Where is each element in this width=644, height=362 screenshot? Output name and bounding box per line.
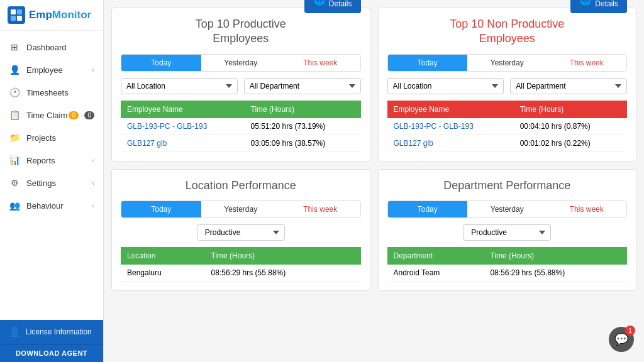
non-productive-table-head: Employee Name Time (Hours) — [387, 101, 628, 118]
license-information-button[interactable]: 👤 License Information — [0, 320, 103, 344]
sidebar: EmpMonitor ⊞ Dashboard 👤 Employee ‹ 🕐 Ti… — [0, 0, 104, 362]
non-productive-employee-link[interactable]: GLB127 glb — [387, 134, 514, 151]
sidebar-item-settings[interactable]: ⚙ Settings ‹ — [0, 172, 103, 194]
location-productive-dropdown[interactable]: Productive — [197, 224, 285, 241]
non-productive-employee-link[interactable]: GLB-193-PC - GLB-193 — [387, 118, 514, 135]
productive-card-title: Top 10 Productive Employees — [121, 17, 361, 47]
location-table: Location Time (Hours) Bengaluru 08:56:29… — [121, 247, 361, 282]
license-label: License Information — [26, 327, 92, 336]
non-productive-tab-thisweek[interactable]: This week — [547, 55, 627, 71]
non-productive-tab-yesterday[interactable]: Yesterday — [467, 55, 547, 71]
department-table-body: Android Team 08:56:29 hrs (55.88%) — [387, 265, 628, 282]
timeclaim-badge1: 0 — [69, 111, 79, 119]
department-productive-dropdown[interactable]: Productive — [463, 224, 551, 241]
productive-table: Employee Name Time (Hours) GLB-193-PC - … — [121, 101, 361, 152]
productive-tabs: Today Yesterday This week — [121, 54, 361, 72]
table-row: GLB127 glb 03:05:09 hrs (38.57%) — [121, 134, 361, 151]
non-productive-col-name: Employee Name — [387, 101, 514, 118]
sidebar-item-timeclaim[interactable]: 📋 Time Claim 0 - 0 — [0, 104, 103, 126]
department-table-head: Department Time (Hours) — [387, 247, 628, 265]
productive-time-value: 05:51:20 hrs (73.19%) — [245, 118, 361, 135]
settings-icon: ⚙ — [9, 178, 20, 188]
productive-table-body: GLB-193-PC - GLB-193 05:51:20 hrs (73.19… — [121, 118, 361, 152]
svg-rect-3 — [17, 16, 22, 21]
sidebar-item-behaviour[interactable]: 👥 Behaviour ‹ — [0, 194, 103, 217]
department-table: Department Time (Hours) Android Team 08:… — [387, 247, 628, 282]
department-tab-today[interactable]: Today — [388, 201, 468, 217]
productive-time-value: 03:05:09 hrs (38.57%) — [245, 134, 361, 151]
table-row: Bengaluru 08:56:29 hrs (55.88%) — [121, 265, 361, 282]
chevron-icon: ‹ — [92, 66, 94, 74]
location-tab-yesterday[interactable]: Yesterday — [201, 201, 281, 217]
behaviour-icon: 👥 — [9, 200, 20, 211]
view-icon: 🌐 — [579, 0, 592, 6]
employee-icon: 👤 — [9, 65, 20, 75]
non-productive-table: Employee Name Time (Hours) GLB-193-PC - … — [387, 101, 628, 152]
productive-location-dropdown[interactable]: All Location — [121, 78, 238, 94]
table-row: GLB-193-PC - GLB-193 05:51:20 hrs (73.19… — [121, 118, 361, 135]
location-tab-thisweek[interactable]: This week — [280, 201, 360, 217]
productive-col-name: Employee Name — [121, 101, 245, 118]
location-card-title: Location Performance — [121, 178, 361, 193]
location-time: 08:56:29 hrs (55.88%) — [205, 265, 361, 282]
sidebar-item-reports[interactable]: 📊 Reports ‹ — [0, 149, 103, 172]
productive-department-dropdown[interactable]: All Department — [244, 78, 361, 94]
department-card-title: Department Performance — [387, 178, 628, 193]
sidebar-item-dashboard[interactable]: ⊞ Dashboard — [0, 36, 103, 58]
view-icon: 🌐 — [313, 0, 326, 6]
productive-card: 🌐 ViewDetails Top 10 Productive Employee… — [111, 8, 370, 162]
details-btn-text: Details — [595, 0, 618, 8]
non-productive-dropdowns: All Location All Department — [387, 78, 628, 94]
non-productive-department-dropdown[interactable]: All Department — [510, 78, 627, 94]
location-col-name: Location — [121, 247, 205, 265]
timeclaim-badge2: 0 — [84, 111, 94, 119]
sidebar-item-label: Projects — [26, 133, 94, 143]
logo: EmpMonitor — [0, 0, 103, 31]
download-agent-button[interactable]: DOWNLOAD AGENT — [0, 344, 103, 362]
projects-icon: 📁 — [9, 133, 20, 143]
productive-employee-link[interactable]: GLB-193-PC - GLB-193 — [121, 118, 245, 135]
productive-table-head: Employee Name Time (Hours) — [121, 101, 361, 118]
department-tab-thisweek[interactable]: This week — [547, 201, 627, 217]
productive-dropdowns: All Location All Department — [121, 78, 361, 94]
sidebar-item-label: Dashboard — [26, 43, 94, 52]
productive-tab-yesterday[interactable]: Yesterday — [201, 55, 281, 71]
chevron-icon: ‹ — [92, 179, 94, 187]
card-header: 🌐 ViewDetails Top 10 Non Productive Empl… — [387, 17, 628, 54]
non-productive-tab-today[interactable]: Today — [388, 55, 468, 71]
productive-view-details-button[interactable]: 🌐 ViewDetails — [304, 0, 361, 13]
chat-bubble-button[interactable]: 💬 1 — [609, 327, 634, 352]
reports-icon: 📊 — [9, 155, 20, 165]
productive-tab-thisweek[interactable]: This week — [280, 55, 360, 71]
logo-icon — [8, 6, 25, 24]
sidebar-item-projects[interactable]: 📁 Projects — [0, 126, 103, 149]
timesheets-icon: 🕐 — [9, 87, 20, 97]
details-btn-text: Details — [329, 0, 352, 8]
sidebar-item-label: Time Claim — [26, 111, 69, 120]
sidebar-item-label: Behaviour — [26, 201, 92, 211]
sidebar-bottom: 👤 License Information DOWNLOAD AGENT — [0, 320, 103, 362]
top-cards-row: 🌐 ViewDetails Top 10 Productive Employee… — [111, 8, 636, 162]
department-tab-yesterday[interactable]: Yesterday — [467, 201, 547, 217]
chevron-icon: ‹ — [92, 156, 94, 164]
non-productive-view-details-button[interactable]: 🌐 ViewDetails — [570, 0, 627, 13]
sidebar-item-timesheets[interactable]: 🕐 Timesheets — [0, 81, 103, 104]
location-name: Bengaluru — [121, 265, 205, 282]
location-table-body: Bengaluru 08:56:29 hrs (55.88%) — [121, 265, 361, 282]
table-row: Android Team 08:56:29 hrs (55.88%) — [387, 265, 628, 282]
productive-tab-today[interactable]: Today — [121, 55, 201, 71]
svg-rect-0 — [11, 9, 16, 14]
chat-icon: 💬 — [614, 332, 628, 346]
sidebar-item-employee[interactable]: 👤 Employee ‹ — [0, 58, 103, 81]
download-label: DOWNLOAD AGENT — [16, 349, 87, 357]
non-productive-col-time: Time (Hours) — [514, 101, 627, 118]
sidebar-item-label: Timesheets — [26, 88, 94, 97]
license-icon: 👤 — [9, 326, 21, 337]
productive-employee-link[interactable]: GLB127 glb — [121, 134, 245, 151]
non-productive-table-body: GLB-193-PC - GLB-193 00:04:10 hrs (0.87%… — [387, 118, 628, 152]
table-row: GLB127 glb 00:01:02 hrs (0.22%) — [387, 134, 628, 151]
non-productive-location-dropdown[interactable]: All Location — [387, 78, 504, 94]
department-name: Android Team — [387, 265, 484, 282]
location-tab-today[interactable]: Today — [121, 201, 201, 217]
timeclaim-icon: 📋 — [9, 110, 20, 120]
